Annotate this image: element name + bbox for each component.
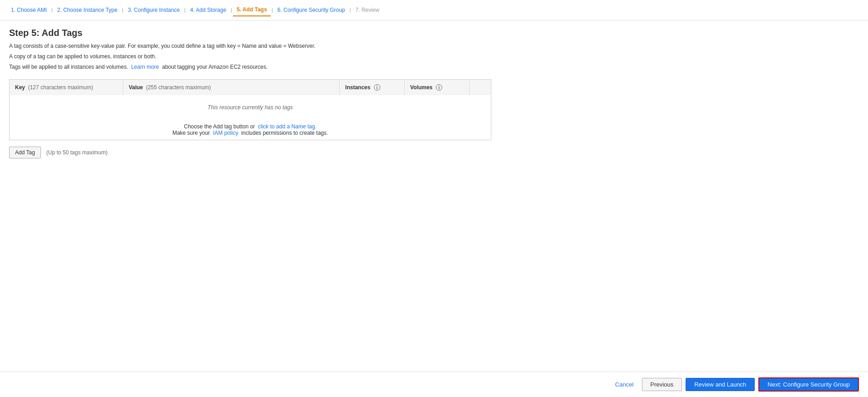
empty-message: This resource currently has no tags (10, 95, 491, 120)
wizard-step-add-tags[interactable]: 5. Add Tags (233, 4, 271, 16)
col-instances-label: Instances (345, 84, 370, 91)
wizard-step-add-storage[interactable]: 4. Add Storage (187, 4, 230, 16)
wizard-sep-6: | (348, 7, 352, 13)
description-line1: A tag consists of a case-sensitive key-v… (9, 42, 859, 51)
wizard-sep-1: | (50, 7, 54, 13)
table-action-row: Choose the Add tag button or click to ad… (10, 120, 491, 140)
col-key-label: Key (15, 84, 25, 91)
col-header-extra (469, 79, 491, 95)
tags-table: Key (127 characters maximum) Value (255 … (9, 79, 491, 141)
wizard-sep-2: | (121, 7, 124, 13)
action-suffix-line: Make sure your (172, 130, 210, 136)
volumes-info-icon[interactable]: i (436, 84, 442, 91)
main-content: Step 5: Add Tags A tag consists of a cas… (0, 20, 868, 166)
page-title: Step 5: Add Tags (9, 28, 859, 38)
action-prefix: Choose the Add tag button or (184, 123, 255, 130)
col-value-label: Value (129, 84, 143, 91)
wizard-step-review: 7. Review (352, 4, 383, 16)
wizard-sep-5: | (271, 7, 274, 13)
iam-policy-link[interactable]: IAM policy (213, 130, 238, 136)
learn-more-link[interactable]: Learn more (131, 64, 159, 70)
wizard-step-configure-instance[interactable]: 3. Configure Instance (124, 4, 183, 16)
add-name-tag-link[interactable]: click to add a Name tag. (258, 123, 317, 130)
wizard-step-configure-security-group[interactable]: 6. Configure Security Group (274, 4, 349, 16)
description-line3-suffix: about tagging your Amazon EC2 resources. (162, 64, 267, 70)
description-line2: A copy of a tag can be applied to volume… (9, 52, 859, 61)
wizard-nav: 1. Choose AMI | 2. Choose Instance Type … (0, 0, 868, 20)
add-tag-note: (Up to 50 tags maximum) (46, 149, 108, 156)
wizard-step-choose-ami[interactable]: 1. Choose AMI (7, 4, 50, 16)
table-empty-row: This resource currently has no tags (10, 95, 491, 120)
col-header-volumes: Volumes i (404, 79, 469, 95)
col-value-sub: (255 characters maximum) (146, 84, 211, 91)
wizard-step-choose-instance-type[interactable]: 2. Choose Instance Type (54, 4, 121, 16)
action-suffix: includes permissions to create tags. (241, 130, 328, 136)
col-key-sub: (127 characters maximum) (28, 84, 93, 91)
wizard-sep-4: | (230, 7, 233, 13)
action-message: Choose the Add tag button or click to ad… (10, 120, 491, 140)
table-header-row: Key (127 characters maximum) Value (255 … (10, 79, 491, 95)
instances-info-icon[interactable]: i (374, 84, 380, 91)
add-tag-row: Add Tag (Up to 50 tags maximum) (9, 147, 859, 158)
wizard-sep-3: | (183, 7, 187, 13)
description-line3: Tags will be applied to all instances an… (9, 63, 859, 71)
col-header-instances: Instances i (339, 79, 404, 95)
col-volumes-label: Volumes (410, 84, 433, 91)
col-header-key: Key (127 characters maximum) (10, 79, 123, 95)
description-line3-prefix: Tags will be applied to all instances an… (9, 64, 128, 70)
add-tag-button[interactable]: Add Tag (9, 147, 41, 158)
col-header-value: Value (255 characters maximum) (123, 79, 339, 95)
